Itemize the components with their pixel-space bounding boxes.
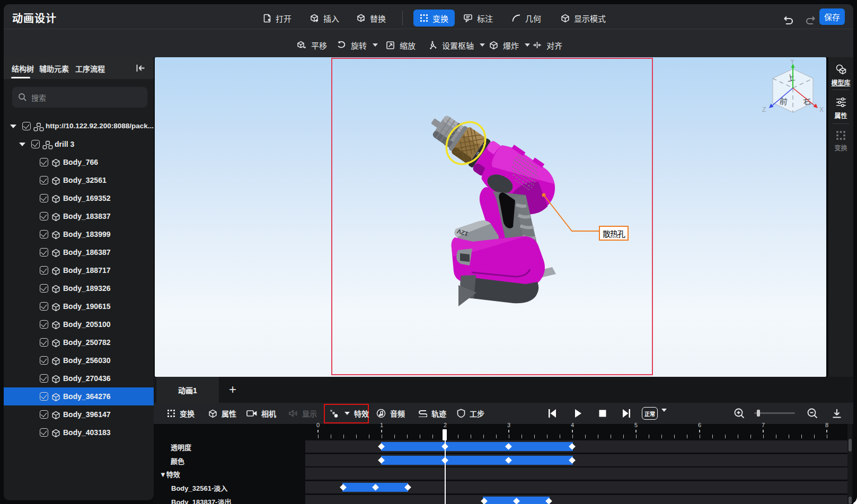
svg-text:前: 前	[779, 96, 788, 107]
svg-text:Y: Y	[790, 59, 794, 65]
svg-text:X: X	[819, 106, 824, 113]
svg-text:Z: Z	[762, 106, 766, 113]
